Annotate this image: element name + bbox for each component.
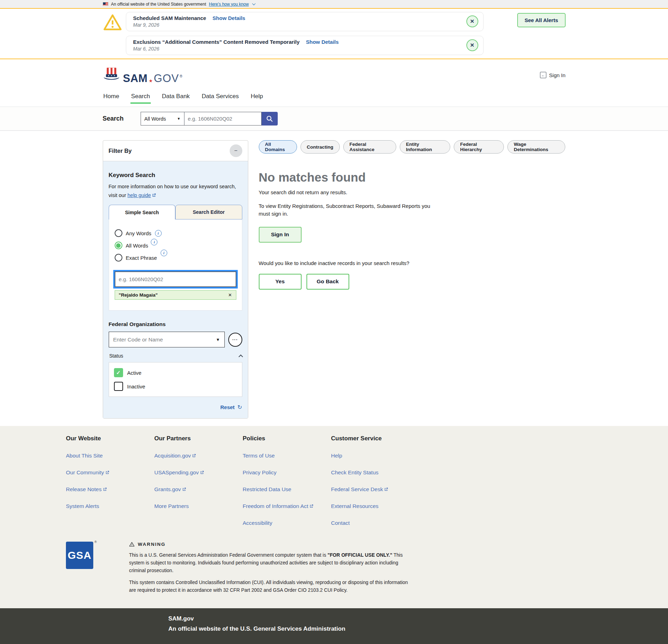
nav-item-help[interactable]: Help bbox=[250, 91, 264, 107]
keyword-chip: "Rejaldo Magaia" ✕ bbox=[115, 290, 236, 300]
footer-link-usaspending-gov[interactable]: USASpending.gov bbox=[154, 469, 243, 476]
help-guide-link[interactable]: help guide bbox=[128, 192, 157, 199]
footer-link-privacy-policy[interactable]: Privacy Policy bbox=[243, 469, 331, 476]
radio-label: All Words bbox=[126, 243, 148, 249]
info-icon[interactable]: i bbox=[161, 250, 167, 256]
footer-link-help[interactable]: Help bbox=[331, 453, 419, 459]
footer-link-our-community[interactable]: Our Community bbox=[66, 469, 154, 476]
footer-link-check-entity-status[interactable]: Check Entity Status bbox=[331, 469, 419, 476]
chip-label: "Rejaldo Magaia" bbox=[119, 292, 158, 298]
radio-exact-phrase[interactable] bbox=[115, 254, 122, 262]
search-submit-button[interactable] bbox=[262, 112, 278, 126]
footer-link-external-resources[interactable]: External Resources bbox=[331, 503, 419, 509]
main-nav: Home Search Data Bank Data Services Help bbox=[0, 91, 668, 107]
domain-tab-federal-assistance[interactable]: Federal Assistance bbox=[343, 140, 396, 154]
footer-link-grants-gov[interactable]: Grants.gov bbox=[154, 486, 243, 493]
keyword-help-text: For more information on how to use our k… bbox=[109, 183, 242, 199]
search-band: Search All Words ▼ bbox=[0, 107, 668, 131]
federal-org-combobox[interactable]: Enter Code or Name ▼ bbox=[109, 332, 225, 347]
radio-any-words[interactable] bbox=[115, 229, 122, 237]
go-back-button[interactable]: Go Back bbox=[306, 274, 349, 290]
more-options-button[interactable]: ··· bbox=[228, 333, 242, 347]
info-icon[interactable]: i bbox=[155, 230, 162, 237]
warning-block: WARNING This is a U.S. General Services … bbox=[129, 542, 413, 594]
nav-item-search[interactable]: Search bbox=[130, 91, 151, 107]
keyword-input[interactable] bbox=[115, 271, 236, 287]
external-link-icon bbox=[192, 453, 196, 458]
footer-link-contact[interactable]: Contact bbox=[331, 520, 419, 526]
footer-link-more-partners[interactable]: More Partners bbox=[154, 503, 243, 509]
footer-link-federal-service-desk[interactable]: Federal Service Desk bbox=[331, 486, 419, 493]
footer-heading: Policies bbox=[243, 435, 331, 442]
domain-tab-entity-information[interactable]: Entity Information bbox=[400, 140, 451, 154]
domain-tab-contracting[interactable]: Contracting bbox=[301, 140, 340, 154]
radio-label: Exact Phrase bbox=[126, 255, 157, 261]
gsa-logo: GSA ® bbox=[66, 542, 93, 569]
checkbox-active[interactable]: ✓ bbox=[114, 368, 123, 377]
footer-col-our-website: Our Website About This Site Our Communit… bbox=[66, 435, 154, 526]
nav-item-home[interactable]: Home bbox=[103, 91, 120, 107]
warning-paragraph-2: This system contains Controlled Unclassi… bbox=[129, 579, 413, 594]
alert-title: Exclusions “Additional Comments” Content… bbox=[133, 39, 300, 45]
show-details-link[interactable]: Show Details bbox=[212, 15, 245, 21]
caret-down-icon: ▼ bbox=[177, 117, 181, 121]
search-mode-select[interactable]: All Words ▼ bbox=[141, 112, 184, 126]
results-area: All Domains Contracting Federal Assistan… bbox=[259, 140, 566, 290]
domain-tabs: All Domains Contracting Federal Assistan… bbox=[259, 140, 566, 154]
footer-link-accessibility[interactable]: Accessibility bbox=[243, 520, 331, 526]
radio-all-words[interactable] bbox=[115, 242, 122, 249]
footer-link-about-this-site[interactable]: About This Site bbox=[66, 453, 154, 459]
search-mode-value: All Words bbox=[144, 116, 166, 122]
show-details-link[interactable]: Show Details bbox=[306, 39, 338, 45]
gov-banner: An official website of the United States… bbox=[0, 0, 668, 8]
keyword-search-heading: Keyword Search bbox=[109, 172, 242, 179]
external-link-icon bbox=[152, 193, 156, 197]
status-section-label: Status bbox=[109, 353, 123, 359]
domain-tab-federal-hierarchy[interactable]: Federal Hierarchy bbox=[454, 140, 504, 154]
alert-close-button[interactable]: ✕ bbox=[466, 39, 478, 51]
domain-tab-wage-determinations[interactable]: Wage Determinations bbox=[507, 140, 565, 154]
search-icon bbox=[266, 115, 274, 123]
gov-banner-text: An official website of the United States… bbox=[111, 2, 206, 7]
info-icon[interactable]: i bbox=[151, 239, 157, 245]
federal-organizations-heading: Federal Organizations bbox=[109, 321, 242, 327]
checkbox-label: Active bbox=[127, 370, 142, 376]
footer-link-foia[interactable]: Freedom of Information Act bbox=[243, 503, 331, 509]
filter-panel: Filter By − Keyword Search For more info… bbox=[103, 140, 248, 419]
footer-link-release-notes[interactable]: Release Notes bbox=[66, 486, 154, 493]
tab-simple-search[interactable]: Simple Search bbox=[109, 205, 176, 219]
uncle-sam-hat-icon bbox=[103, 67, 120, 84]
site-footer: Our Website About This Site Our Communit… bbox=[0, 426, 668, 608]
chevron-up-icon[interactable] bbox=[238, 354, 243, 359]
footer-link-terms-of-use[interactable]: Terms of Use bbox=[243, 453, 331, 459]
nav-item-data-bank[interactable]: Data Bank bbox=[161, 91, 190, 107]
sign-in-button[interactable]: Sign In bbox=[259, 227, 302, 243]
domain-tab-all-domains[interactable]: All Domains bbox=[259, 140, 297, 154]
global-search-input[interactable] bbox=[184, 112, 262, 126]
footer-link-system-alerts[interactable]: System Alerts bbox=[66, 503, 154, 509]
site-header: SAM ★ GOV ® ← Sign In bbox=[0, 59, 668, 91]
see-all-alerts-button[interactable]: See All Alerts bbox=[517, 13, 566, 27]
reset-filters[interactable]: Reset ↻ bbox=[109, 404, 242, 411]
yes-button[interactable]: Yes bbox=[259, 274, 302, 290]
alert-title: Scheduled SAM Maintenance bbox=[133, 15, 206, 21]
how-you-know-link[interactable]: Here's how you know bbox=[209, 2, 249, 7]
tab-search-editor[interactable]: Search Editor bbox=[175, 205, 242, 219]
collapse-filters-button[interactable]: − bbox=[230, 144, 242, 157]
header-sign-in[interactable]: ← Sign In bbox=[540, 72, 566, 78]
alert-item-exclusions: Exclusions “Additional Comments” Content… bbox=[126, 36, 484, 55]
star-icon: ★ bbox=[149, 79, 153, 83]
nav-item-data-services[interactable]: Data Services bbox=[201, 91, 239, 107]
close-icon: ✕ bbox=[470, 18, 474, 25]
footer-link-restricted-data-use[interactable]: Restricted Data Use bbox=[243, 486, 331, 493]
caret-down-icon[interactable]: ▼ bbox=[216, 337, 220, 342]
footer-link-acquisition-gov[interactable]: Acquisition.gov bbox=[154, 453, 243, 459]
alert-list: Scheduled SAM Maintenance Show Details M… bbox=[126, 12, 484, 55]
footer-col-our-partners: Our Partners Acquisition.gov USASpending… bbox=[154, 435, 243, 526]
alert-close-button[interactable]: ✕ bbox=[466, 15, 478, 27]
alert-date: Mar 6, 2026 bbox=[133, 46, 466, 52]
no-results-text: Your search did not return any results. bbox=[259, 189, 566, 195]
chip-remove-icon[interactable]: ✕ bbox=[228, 292, 232, 298]
checkbox-inactive[interactable] bbox=[114, 382, 123, 391]
sam-gov-logo[interactable]: SAM ★ GOV ® bbox=[103, 67, 182, 84]
